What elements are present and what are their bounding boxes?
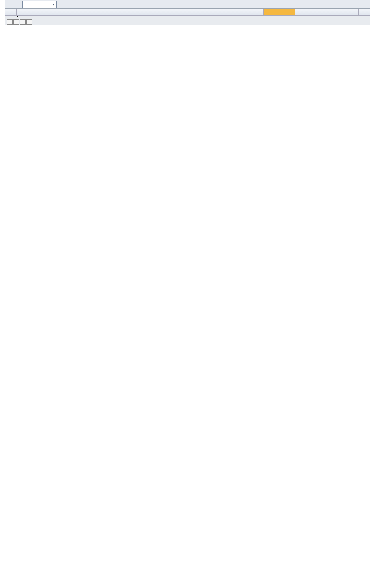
tab-nav-prev-icon[interactable] [13,19,19,25]
col-header-E[interactable] [264,9,295,15]
tab-nav-buttons [7,19,32,25]
sheet-tab-bar [5,16,370,25]
col-header-D[interactable] [219,9,264,15]
col-header-C[interactable] [109,9,219,15]
formula-bar-row: ▾ [5,0,370,9]
tab-nav-last-icon[interactable] [26,19,32,25]
col-header-A[interactable] [17,9,40,15]
spreadsheet-screenshot: ▾ [5,0,370,25]
tab-nav-first-icon[interactable] [7,19,13,25]
tab-nav-next-icon[interactable] [20,19,26,25]
col-header-F[interactable] [295,9,327,15]
name-box[interactable]: ▾ [22,1,57,8]
col-header-B[interactable] [40,9,109,15]
select-all-corner[interactable] [5,9,17,15]
document-body [0,25,390,61]
col-header-G[interactable] [327,9,359,15]
column-headers [5,9,370,16]
chevron-down-icon: ▾ [53,2,55,7]
